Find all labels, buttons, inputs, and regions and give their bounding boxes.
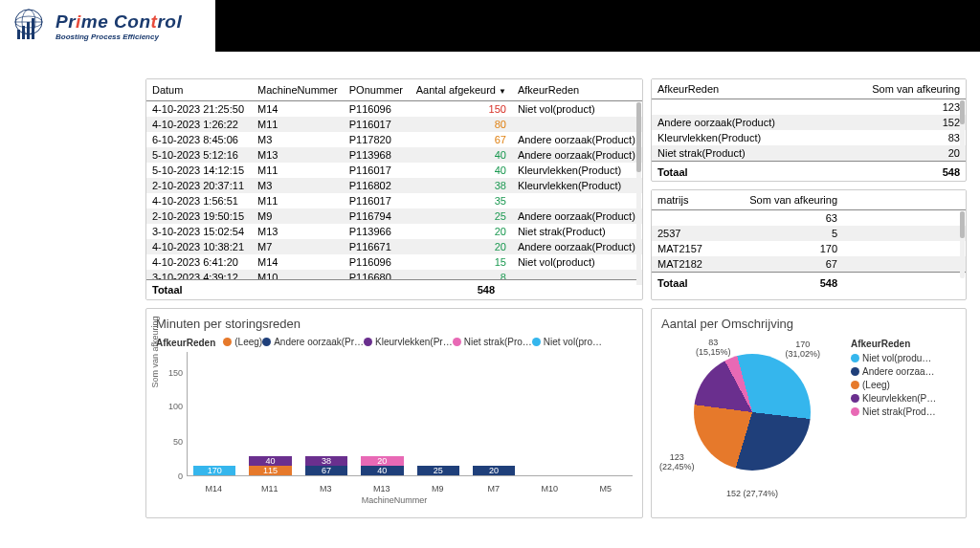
col-machine[interactable]: MachineNummer — [252, 79, 344, 101]
bar-column[interactable]: 170 — [193, 466, 235, 475]
brand-header: Prime Control Boosting Process Efficienc… — [0, 0, 215, 52]
x-tick: M5 — [585, 484, 628, 493]
matrijs-scrollbar[interactable] — [960, 211, 965, 278]
col-datum[interactable]: Datum — [146, 79, 252, 101]
legend-item[interactable]: Niet vol(produ… — [851, 353, 936, 363]
pie-chart[interactable]: 170(31,02%) 152 (27,74%) 123(22,45%) 83(… — [659, 339, 841, 501]
bar-segment: 170 — [193, 466, 235, 475]
svg-rect-7 — [32, 18, 34, 39]
bar-chart-panel: Minuten per storingsreden AfkeurReden (L… — [145, 308, 643, 518]
bar-segment: 38 — [305, 456, 347, 466]
table-row[interactable]: 123 — [652, 99, 966, 116]
bar-segment: 20 — [473, 466, 515, 475]
bar-chart[interactable]: Som van afkeuring 0 50 100 150 170401153… — [146, 352, 642, 495]
bar-column[interactable]: 2040 — [361, 456, 403, 475]
x-labels: M14M11M3M13M9M7M10M5 — [187, 484, 633, 493]
svg-rect-6 — [27, 22, 30, 39]
pie-label-b: 152 (27,74%) — [726, 490, 778, 499]
legend-item[interactable]: Andere oorzaak(Pr… — [262, 337, 364, 347]
logo: Prime Control Boosting Process Efficienc… — [10, 7, 182, 45]
pie-chart-title: Aantal per Omschrijving — [652, 309, 966, 335]
rejections-table[interactable]: Datum MachineNummer POnummer Aantal afge… — [146, 79, 642, 285]
legend-item[interactable]: (Leeg) — [851, 380, 936, 390]
bar-segment: 115 — [249, 466, 291, 475]
svg-rect-4 — [17, 30, 20, 39]
col-reason2[interactable]: AfkeurReden — [652, 79, 851, 99]
pie-legend: AfkeurReden Niet vol(produ…Andere oorzaa… — [851, 339, 936, 501]
bar-segment: 40 — [361, 466, 403, 475]
legend-item[interactable]: Kleurvlekken(Pr… — [364, 337, 453, 347]
pie-label-a: 170(31,02%) — [785, 340, 820, 360]
x-tick: M13 — [361, 484, 404, 493]
rejections-table-footer: Totaal 548 — [146, 279, 636, 299]
table-row[interactable]: 5-10-2023 5:12:16M13P11396840Andere oorz… — [146, 147, 642, 163]
bar-column[interactable]: 3867 — [305, 456, 347, 475]
bar-chart-title: Minuten per storingsreden — [146, 309, 642, 335]
legend-item[interactable]: Niet vol(pro… — [532, 337, 602, 347]
col-po[interactable]: POnummer — [344, 79, 411, 101]
legend-item[interactable]: (Leeg) — [223, 337, 262, 347]
table-row[interactable]: 25375 — [652, 226, 966, 241]
dashboard-content: Datum MachineNummer POnummer Aantal afge… — [0, 52, 980, 548]
col-matrijs[interactable]: matrijs — [652, 190, 728, 210]
col-qty[interactable]: Aantal afgekeurd ▼ — [411, 79, 512, 101]
table-row[interactable]: 2-10-2023 20:37:11M3P11680238Kleurvlekke… — [146, 178, 642, 193]
y-ticks: 0 50 100 150 — [167, 352, 185, 476]
table-row[interactable]: 6-10-2023 8:45:06M3P11782067Andere oorza… — [146, 132, 642, 147]
table-row[interactable]: MAT218267 — [652, 256, 966, 273]
table-row[interactable]: Niet strak(Product)20 — [652, 145, 966, 162]
table-row[interactable]: 2-10-2023 19:50:15M9P11679425Andere oorz… — [146, 208, 642, 224]
bar-segment: 67 — [305, 466, 347, 475]
x-tick: M14 — [192, 484, 235, 493]
rejections-table-panel: Datum MachineNummer POnummer Aantal afge… — [145, 78, 643, 300]
x-tick: M10 — [528, 484, 571, 493]
matrijs-summary-panel: matrijs Som van afkeuring 6325375MAT2157… — [651, 189, 967, 300]
brand-tagline: Boosting Process Efficiency — [56, 33, 182, 41]
bars-area: 17040115386720402520 — [187, 352, 633, 476]
table-row[interactable]: Andere oorzaak(Product)152 — [652, 115, 966, 130]
table-row[interactable]: 3-10-2023 15:02:54M13P11396620Niet strak… — [146, 224, 642, 239]
legend-item[interactable]: Kleurvlekken(P… — [851, 393, 936, 404]
legend-item[interactable]: Andere oorzaa… — [851, 366, 936, 377]
bar-segment: 20 — [361, 456, 403, 466]
reason-summary-table[interactable]: AfkeurReden Som van afkeuring 123Andere … — [652, 79, 966, 182]
table-row[interactable]: 4-10-2023 1:56:51M11P11601735 — [146, 193, 642, 208]
col-reason[interactable]: AfkeurReden — [512, 79, 642, 101]
bar-column[interactable]: 20 — [473, 466, 515, 475]
table-row[interactable]: 4-10-2023 6:41:20M14P11609615Niet vol(pr… — [146, 254, 642, 270]
table-row[interactable]: 4-10-2023 21:25:50M14P116096150Niet vol(… — [146, 101, 642, 118]
table-row[interactable]: 63 — [652, 210, 966, 227]
table-row[interactable]: 4-10-2023 1:26:22M11P11601780 — [146, 117, 642, 132]
svg-rect-5 — [22, 26, 25, 39]
table-row[interactable]: 5-10-2023 14:12:15M11P11601740Kleurvlekk… — [146, 163, 642, 178]
col-sum2[interactable]: Som van afkeuring — [851, 79, 966, 99]
table-row[interactable]: Kleurvlekken(Product)83 — [652, 130, 966, 145]
matrijs-summary-table[interactable]: matrijs Som van afkeuring 6325375MAT2157… — [652, 190, 966, 294]
bar-column[interactable]: 40115 — [249, 456, 291, 475]
x-tick: M3 — [304, 484, 347, 493]
bar-column[interactable]: 25 — [417, 466, 459, 475]
x-tick: M9 — [416, 484, 459, 493]
brand-name: Prime Control — [56, 11, 182, 33]
x-tick: M7 — [473, 484, 516, 493]
table-scrollbar[interactable] — [636, 102, 641, 276]
legend-item[interactable]: Niet strak(Prod… — [851, 406, 936, 417]
x-tick: M11 — [249, 484, 292, 493]
top-band — [215, 0, 980, 52]
pie-chart-panel: Aantal per Omschrijving 170(31,02%) 152 … — [651, 308, 967, 518]
pie-label-c: 123(22,45%) — [659, 453, 695, 472]
bar-chart-legend: AfkeurReden (Leeg)Andere oorzaak(Pr…Kleu… — [146, 335, 642, 352]
legend-item[interactable]: Niet strak(Pro… — [453, 337, 532, 347]
pie-label-d: 83(15,15%) — [696, 339, 731, 358]
table-row[interactable]: MAT2157170 — [652, 241, 966, 256]
reason-summary-panel: AfkeurReden Som van afkeuring 123Andere … — [651, 78, 967, 182]
col-sum3[interactable]: Som van afkeuring — [728, 190, 843, 210]
bar-segment: 40 — [249, 456, 291, 466]
bar-segment: 25 — [417, 466, 459, 475]
logo-globe-icon — [10, 7, 48, 45]
table-row[interactable]: 4-10-2023 10:38:21M7P11667120Andere oorz… — [146, 239, 642, 254]
reason-scrollbar[interactable] — [960, 100, 965, 160]
